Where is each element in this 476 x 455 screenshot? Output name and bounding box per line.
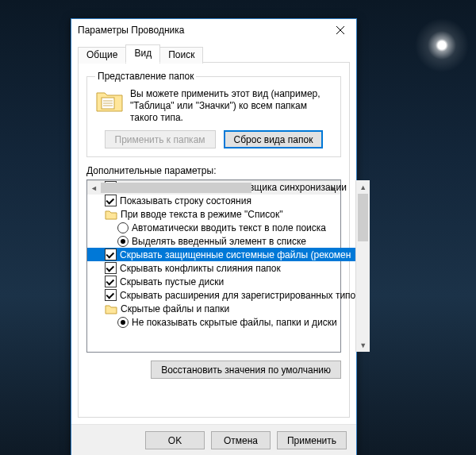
tree-item[interactable]: Выделять введенный элемент в списке: [87, 234, 355, 248]
radio-icon[interactable]: [117, 317, 129, 328]
vscroll-thumb[interactable]: [358, 194, 368, 241]
tree-item[interactable]: Скрывать расширения для зарегистрированн…: [87, 288, 355, 302]
tree-item-label: При вводе текста в режиме "Список": [121, 209, 283, 220]
apply-to-folders-button: Применить к папкам: [105, 130, 216, 148]
radio-icon[interactable]: [117, 222, 129, 233]
radio-icon[interactable]: [117, 236, 129, 247]
folder-views-group: Представление папок Вы можете применить …: [86, 71, 341, 157]
titlebar[interactable]: Параметры Проводника: [71, 19, 356, 41]
folder-options-dialog: Параметры Проводника Общие Вид Поиск Пре…: [71, 18, 357, 455]
tab-strip: Общие Вид Поиск: [78, 44, 350, 63]
tab-search[interactable]: Поиск: [159, 47, 203, 64]
close-button[interactable]: [324, 19, 356, 41]
tree-item-label: Скрывать конфликты слияния папок: [120, 263, 281, 274]
ok-button[interactable]: OK: [145, 431, 205, 449]
scroll-down-icon[interactable]: ▼: [356, 338, 370, 352]
restore-defaults-button[interactable]: Восстановить значения по умолчанию: [151, 361, 341, 379]
tree-item-label: Скрывать расширения для зарегистрированн…: [120, 290, 355, 301]
tree-item[interactable]: Скрывать защищенные системные файлы (рек…: [87, 248, 355, 261]
cancel-button[interactable]: Отмена: [211, 431, 271, 449]
checkbox-icon[interactable]: [105, 249, 117, 260]
tree-item[interactable]: Показывать строку состояния: [87, 194, 355, 207]
tree-item[interactable]: Скрывать конфликты слияния папок: [87, 261, 355, 275]
tree-item-label: Не показывать скрытые файлы, папки и дис…: [132, 317, 337, 328]
tree-item-label: Выделять введенный элемент в списке: [132, 236, 306, 247]
folder-views-text: Вы можете применить этот вид (например, …: [130, 88, 332, 124]
checkbox-icon[interactable]: [105, 276, 117, 287]
advanced-label: Дополнительные параметры:: [86, 165, 341, 176]
checkbox-icon[interactable]: [105, 262, 117, 274]
desktop-wallpaper: Параметры Проводника Общие Вид Поиск Пре…: [0, 0, 476, 455]
tree-item[interactable]: Скрытые файлы и папки: [87, 302, 355, 315]
scroll-up-icon[interactable]: ▲: [356, 180, 370, 194]
folder-icon: [95, 88, 124, 114]
advanced-tree[interactable]: Показать уведомления поставщика синхрони…: [86, 179, 341, 353]
apply-button[interactable]: Применить: [277, 431, 347, 449]
vertical-scrollbar[interactable]: ▲ ▼: [355, 180, 370, 352]
checkbox-icon[interactable]: [105, 195, 117, 206]
tab-panel-view: Представление папок Вы можете применить …: [78, 63, 350, 418]
tree-item[interactable]: Скрывать пустые диски: [87, 275, 355, 288]
dialog-button-row: OK Отмена Применить: [71, 424, 356, 455]
tree-item-label: Скрытые файлы и папки: [121, 303, 229, 314]
dialog-title: Параметры Проводника: [78, 25, 324, 36]
tab-view[interactable]: Вид: [125, 44, 160, 63]
tree-item[interactable]: Не показывать скрытые файлы, папки и дис…: [87, 315, 355, 329]
tree-item-label: Автоматически вводить текст в поле поиск…: [132, 222, 326, 233]
tree-item[interactable]: Автоматически вводить текст в поле поиск…: [87, 221, 355, 234]
horizontal-scrollbar[interactable]: ◄ ►: [87, 180, 340, 195]
reset-folders-button[interactable]: Сброс вида папок: [224, 130, 324, 148]
tab-general[interactable]: Общие: [78, 47, 126, 64]
tree-item-label: Показывать строку состояния: [120, 195, 251, 206]
tree-item-label: Скрывать пустые диски: [120, 276, 224, 287]
checkbox-icon[interactable]: [105, 289, 117, 301]
close-icon: [336, 26, 344, 34]
tree-item[interactable]: При вводе текста в режиме "Список": [87, 207, 355, 221]
tree-item-label: Скрывать защищенные системные файлы (рек…: [120, 249, 351, 260]
hscroll-thumb[interactable]: [101, 183, 251, 193]
folder-views-legend: Представление папок: [95, 71, 196, 82]
